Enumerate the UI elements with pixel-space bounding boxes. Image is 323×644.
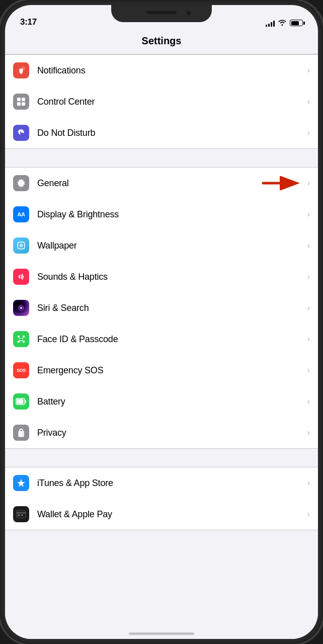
settings-item-control-center[interactable]: Control Center ›	[5, 86, 318, 117]
bottom-spacer	[5, 530, 318, 550]
wallpaper-icon	[13, 237, 29, 254]
svg-rect-21	[25, 400, 27, 403]
settings-list[interactable]: Notifications › Control Cente	[5, 54, 318, 633]
notifications-label: Notifications	[37, 65, 307, 76]
do-not-disturb-chevron: ›	[307, 128, 310, 137]
page-title: Settings	[142, 35, 182, 46]
svg-point-11	[20, 307, 22, 309]
display-brightness-label: Display & Brightness	[37, 209, 307, 220]
siri-search-chevron: ›	[307, 303, 310, 312]
settings-item-face-id[interactable]: Face ID & Passcode ›	[5, 324, 318, 355]
camera	[186, 10, 192, 16]
svg-rect-20	[17, 399, 24, 404]
display-brightness-chevron: ›	[307, 210, 310, 219]
itunes-app-store-label: iTunes & App Store	[37, 478, 307, 489]
settings-item-siri-search[interactable]: Siri & Search ›	[5, 292, 318, 324]
wifi-icon	[278, 19, 287, 27]
itunes-app-store-icon	[13, 475, 29, 491]
speaker	[146, 11, 177, 14]
svg-rect-5	[17, 102, 21, 106]
signal-strength-icon	[266, 20, 275, 27]
settings-group-3: iTunes & App Store ›	[5, 467, 318, 530]
settings-item-display-brightness[interactable]: AA Display & Brightness ›	[5, 199, 318, 230]
settings-item-general[interactable]: General ›	[5, 168, 318, 199]
svg-rect-24	[18, 515, 20, 516]
settings-item-privacy[interactable]: Privacy ›	[5, 417, 318, 448]
settings-page: Settings Notificat	[5, 30, 318, 639]
svg-rect-3	[17, 98, 21, 101]
settings-item-notifications[interactable]: Notifications ›	[5, 55, 318, 86]
battery-icon	[290, 20, 303, 26]
settings-item-battery[interactable]: Battery ›	[5, 386, 318, 417]
face-id-icon	[13, 331, 29, 347]
screen: 3:17	[5, 5, 318, 639]
display-brightness-icon: AA	[13, 206, 29, 222]
emergency-sos-icon: SOS	[13, 362, 29, 378]
home-indicator[interactable]	[129, 632, 194, 635]
svg-point-12	[20, 306, 21, 307]
sounds-haptics-icon	[13, 269, 29, 285]
notifications-chevron: ›	[307, 66, 310, 75]
control-center-label: Control Center	[37, 97, 307, 107]
wallpaper-chevron: ›	[307, 241, 310, 250]
emergency-sos-label: Emergency SOS	[37, 365, 307, 376]
svg-rect-22	[17, 511, 26, 518]
settings-group-2: General ›	[5, 167, 318, 449]
notch	[111, 5, 212, 22]
general-icon	[13, 175, 29, 191]
section-divider-1	[5, 149, 318, 167]
settings-item-itunes-app-store[interactable]: iTunes & App Store ›	[5, 467, 318, 499]
wallet-apple-pay-icon	[13, 506, 29, 522]
svg-point-18	[22, 338, 23, 339]
status-icons	[266, 19, 303, 27]
control-center-icon	[13, 94, 29, 110]
page-header: Settings	[5, 30, 318, 54]
face-id-chevron: ›	[307, 335, 310, 344]
sounds-haptics-label: Sounds & Haptics	[37, 272, 307, 282]
settings-item-sounds-haptics[interactable]: Sounds & Haptics ›	[5, 261, 318, 292]
svg-rect-4	[22, 98, 25, 101]
svg-rect-15	[18, 341, 20, 343]
svg-rect-14	[23, 336, 25, 338]
svg-rect-16	[23, 341, 25, 343]
wallpaper-label: Wallpaper	[37, 240, 307, 251]
do-not-disturb-label: Do Not Disturb	[37, 128, 307, 138]
settings-item-wallpaper[interactable]: Wallpaper ›	[5, 230, 318, 261]
svg-point-17	[19, 338, 20, 339]
battery-label: Battery	[37, 396, 307, 407]
battery-fill	[291, 21, 299, 25]
wallet-apple-pay-chevron: ›	[307, 510, 310, 519]
status-time: 3:17	[20, 17, 37, 27]
svg-rect-13	[18, 336, 20, 338]
notifications-icon	[13, 62, 29, 78]
do-not-disturb-icon	[13, 125, 29, 141]
battery-settings-icon	[13, 393, 29, 410]
svg-rect-2	[21, 73, 22, 74]
general-label: General	[37, 178, 261, 189]
sounds-haptics-chevron: ›	[307, 272, 310, 281]
svg-rect-23	[17, 512, 26, 514]
settings-item-do-not-disturb[interactable]: Do Not Disturb ›	[5, 117, 318, 148]
control-center-chevron: ›	[307, 97, 310, 106]
settings-item-emergency-sos[interactable]: SOS Emergency SOS ›	[5, 355, 318, 386]
wallet-apple-pay-label: Wallet & Apple Pay	[37, 509, 307, 520]
general-chevron: ›	[307, 179, 310, 188]
battery-chevron: ›	[307, 397, 310, 406]
emergency-sos-chevron: ›	[307, 366, 310, 375]
siri-search-icon	[13, 300, 29, 316]
phone-frame: 3:17	[0, 0, 323, 644]
siri-search-label: Siri & Search	[37, 303, 307, 313]
itunes-app-store-chevron: ›	[307, 478, 310, 488]
svg-rect-26	[21, 515, 23, 516]
face-id-label: Face ID & Passcode	[37, 334, 307, 345]
section-divider-2	[5, 449, 318, 467]
settings-item-wallet-apple-pay[interactable]: Wallet & Apple Pay ›	[5, 499, 318, 530]
general-arrow-wrapper: ›	[261, 176, 310, 190]
red-annotation-arrow	[261, 176, 303, 190]
settings-group-1: Notifications › Control Cente	[5, 54, 318, 149]
privacy-chevron: ›	[307, 428, 310, 437]
svg-rect-6	[22, 102, 25, 106]
privacy-label: Privacy	[37, 428, 307, 438]
privacy-icon	[13, 425, 29, 441]
